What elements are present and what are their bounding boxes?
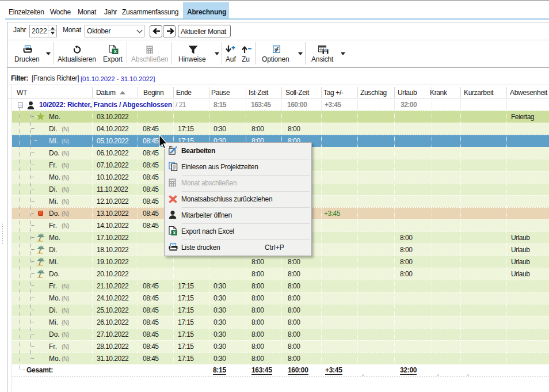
svg-text:x: x [114,48,117,54]
